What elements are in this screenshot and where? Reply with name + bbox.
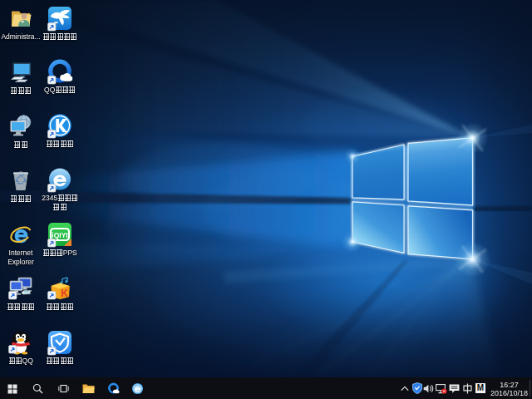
svg-text:iQIYI: iQIYI xyxy=(52,231,67,239)
svg-text:K: K xyxy=(61,288,68,299)
